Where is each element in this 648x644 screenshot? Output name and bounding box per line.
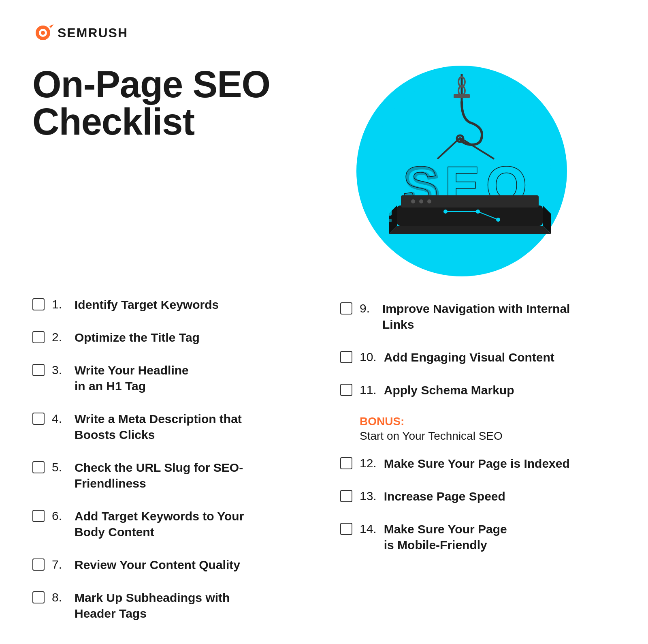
checklist-item-left-7: 7. Review Your Content Quality bbox=[32, 557, 316, 573]
checkbox-9[interactable] bbox=[340, 302, 352, 315]
checklist-item-right-10: 10. Add Engaging Visual Content bbox=[340, 349, 616, 365]
item-number-3: 3. bbox=[52, 363, 67, 377]
item-text-9: Improve Navigation with InternalLinks bbox=[382, 301, 570, 332]
item-text-10: Add Engaging Visual Content bbox=[384, 349, 554, 365]
item-number-4: 4. bbox=[52, 412, 67, 426]
item-number-9: 9. bbox=[360, 302, 375, 315]
checklist-item-right-12: 12. Make Sure Your Page is Indexed bbox=[340, 456, 616, 471]
checklist-item-left-5: 5. Check the URL Slug for SEO-Friendline… bbox=[32, 460, 316, 491]
checkbox-7[interactable] bbox=[32, 558, 45, 571]
checklist-right: 9. Improve Navigation with InternalLinks… bbox=[316, 297, 616, 638]
checkbox-14[interactable] bbox=[340, 523, 352, 535]
item-number-11: 11. bbox=[360, 383, 377, 397]
bonus-section: BONUS: Start on Your Technical SEO bbox=[360, 415, 616, 443]
item-text-12: Make Sure Your Page is Indexed bbox=[384, 456, 570, 471]
svg-point-2 bbox=[41, 31, 45, 35]
item-number-13: 13. bbox=[360, 489, 377, 503]
item-text-3: Write Your Headlinein an H1 Tag bbox=[75, 362, 189, 394]
checklist-item-left-8: 8. Mark Up Subheadings withHeader Tags bbox=[32, 590, 316, 621]
item-text-7: Review Your Content Quality bbox=[75, 557, 240, 573]
svg-point-19 bbox=[427, 199, 431, 203]
checkbox-4[interactable] bbox=[32, 413, 45, 425]
item-number-14: 14. bbox=[360, 522, 377, 536]
checklist-item-left-3: 3. Write Your Headlinein an H1 Tag bbox=[32, 362, 316, 394]
checkbox-11[interactable] bbox=[340, 384, 352, 396]
item-text-2: Optimize the Title Tag bbox=[75, 329, 200, 345]
item-number-5: 5. bbox=[52, 460, 67, 474]
item-number-8: 8. bbox=[52, 591, 67, 604]
checkbox-13[interactable] bbox=[340, 490, 352, 502]
checkbox-2[interactable] bbox=[32, 331, 45, 343]
checklist-item-left-1: 1. Identify Target Keywords bbox=[32, 297, 316, 312]
checkbox-10[interactable] bbox=[340, 351, 352, 363]
checkbox-3[interactable] bbox=[32, 364, 45, 376]
item-text-5: Check the URL Slug for SEO-Friendliness bbox=[75, 460, 243, 491]
checkbox-8[interactable] bbox=[32, 591, 45, 603]
svg-rect-26 bbox=[387, 219, 392, 222]
header-logo-text: SEMRUSH bbox=[58, 26, 128, 41]
item-text-8: Mark Up Subheadings withHeader Tags bbox=[75, 590, 230, 621]
item-text-14: Make Sure Your Pageis Mobile-Friendly bbox=[384, 521, 507, 553]
checklist-item-right-14: 14. Make Sure Your Pageis Mobile-Friendl… bbox=[340, 521, 616, 553]
item-number-12: 12. bbox=[360, 456, 377, 470]
seo-illustration: S E O S bbox=[356, 66, 567, 276]
svg-rect-15 bbox=[397, 205, 543, 226]
bonus-label: BONUS: bbox=[360, 415, 616, 428]
svg-point-18 bbox=[419, 199, 423, 203]
item-number-10: 10. bbox=[360, 350, 377, 364]
item-number-1: 1. bbox=[52, 297, 67, 311]
item-text-1: Identify Target Keywords bbox=[75, 297, 219, 312]
item-number-6: 6. bbox=[52, 509, 67, 523]
item-text-6: Add Target Keywords to YourBody Content bbox=[75, 508, 244, 540]
checkbox-1[interactable] bbox=[32, 298, 45, 310]
item-text-11: Apply Schema Markup bbox=[384, 382, 514, 398]
checklist-item-left-6: 6. Add Target Keywords to YourBody Conte… bbox=[32, 508, 316, 540]
item-number-2: 2. bbox=[52, 330, 67, 344]
item-text-4: Write a Meta Description thatBoosts Clic… bbox=[75, 411, 242, 443]
svg-point-23 bbox=[476, 210, 480, 214]
checklist-section: 1. Identify Target Keywords 2. Optimize … bbox=[32, 297, 616, 638]
checkbox-12[interactable] bbox=[340, 457, 352, 469]
page-title: On-Page SEO Checklist bbox=[32, 66, 308, 140]
checklist-item-left-2: 2. Optimize the Title Tag bbox=[32, 329, 316, 345]
svg-point-24 bbox=[496, 218, 500, 222]
header-logo: SEMRUSH bbox=[32, 24, 616, 41]
svg-rect-25 bbox=[387, 208, 392, 216]
svg-point-17 bbox=[411, 199, 415, 203]
semrush-logo-icon bbox=[32, 24, 53, 41]
checklist-left: 1. Identify Target Keywords 2. Optimize … bbox=[32, 297, 316, 638]
bonus-text: Start on Your Technical SEO bbox=[360, 430, 616, 443]
checklist-item-right-9: 9. Improve Navigation with InternalLinks bbox=[340, 301, 616, 332]
checklist-item-right-11: 11. Apply Schema Markup bbox=[340, 382, 616, 398]
item-text-13: Increase Page Speed bbox=[384, 488, 505, 504]
item-number-7: 7. bbox=[52, 558, 67, 571]
checklist-item-left-4: 4. Write a Meta Description thatBoosts C… bbox=[32, 411, 316, 443]
svg-point-22 bbox=[443, 210, 448, 214]
checklist-item-right-13: 13. Increase Page Speed bbox=[340, 488, 616, 504]
checkbox-5[interactable] bbox=[32, 461, 45, 473]
main-content: SEMRUSH On-Page SEO Checklist bbox=[0, 0, 648, 644]
checkbox-6[interactable] bbox=[32, 510, 45, 522]
